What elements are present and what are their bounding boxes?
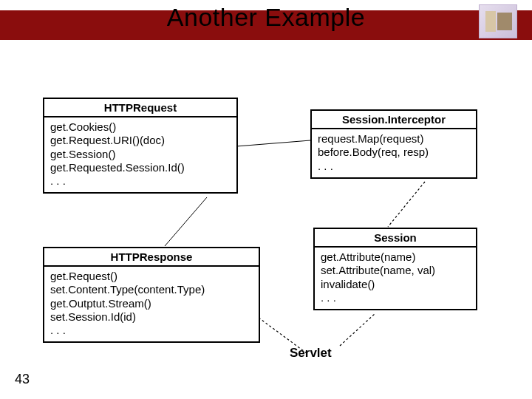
- uml-class-sessioninterceptor: Session.Interceptor request.Map(request)…: [310, 109, 477, 179]
- uml-class-httprequest: HTTPRequest get.Cookies() get.Request.UR…: [43, 98, 238, 194]
- uml-class-session: Session get.Attribute(name) set.Attribut…: [313, 228, 477, 310]
- uml-title: HTTPRequest: [44, 99, 236, 117]
- svg-line-2: [388, 182, 425, 227]
- uml-body: get.Request() set.Content.Type(content.T…: [44, 267, 259, 341]
- crest-icon: [479, 4, 517, 38]
- uml-title: HTTPResponse: [44, 248, 259, 267]
- uml-class-httpresponse: HTTPResponse get.Request() set.Content.T…: [43, 247, 260, 343]
- page-title: Another Example: [0, 3, 532, 32]
- slide-number: 43: [15, 372, 30, 387]
- uml-body: get.Attribute(name) set.Attribute(name, …: [315, 248, 476, 309]
- uml-body: get.Cookies() get.Request.URI()(doc) get…: [44, 117, 236, 192]
- servlet-label: Servlet: [290, 346, 332, 361]
- uml-title: Session: [315, 229, 476, 248]
- svg-line-1: [165, 197, 207, 246]
- uml-body: request.Map(request) before.Body(req, re…: [312, 129, 476, 177]
- svg-line-4: [340, 313, 375, 346]
- svg-line-0: [236, 140, 310, 146]
- uml-title: Session.Interceptor: [312, 111, 476, 129]
